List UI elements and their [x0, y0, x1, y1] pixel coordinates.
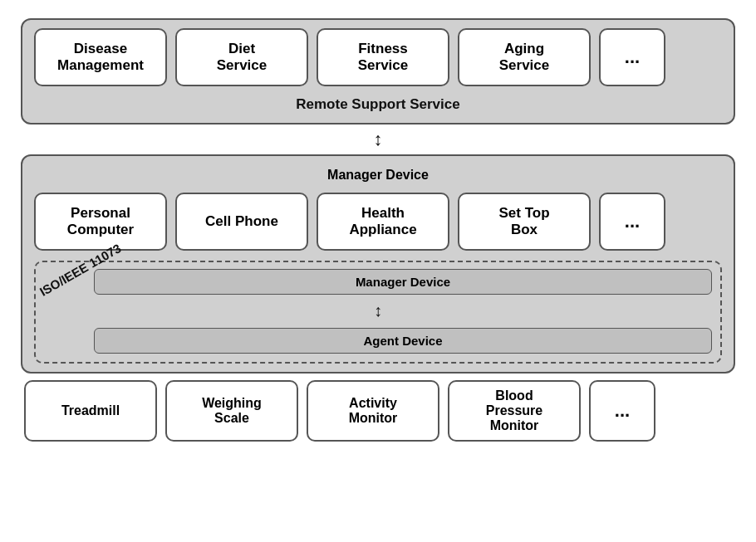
personal-computer-box: PersonalComputer	[34, 193, 167, 251]
inner-manager-label: Manager Device	[94, 269, 712, 295]
manager-devices-row: PersonalComputer Cell Phone HealthApplia…	[34, 193, 722, 251]
treadmill-box: Treadmill	[24, 380, 157, 442]
aging-service-box: AgingService	[458, 28, 591, 86]
diagram: DiseaseManagement DietService FitnessSer…	[12, 10, 744, 533]
health-appliance-box: HealthAppliance	[317, 193, 449, 251]
service-boxes-row: DiseaseManagement DietService FitnessSer…	[34, 28, 722, 86]
ellipsis-box-3: ...	[589, 380, 655, 442]
diet-service-box: DietService	[175, 28, 308, 86]
set-top-box-box: Set TopBox	[458, 193, 591, 251]
ellipsis-box-2: ...	[599, 193, 665, 251]
cell-phone-box: Cell Phone	[175, 193, 308, 251]
manager-section-label: Manager Device	[34, 164, 722, 186]
remote-support-section: DiseaseManagement DietService FitnessSer…	[21, 18, 735, 125]
activity-monitor-box: ActivityMonitor	[307, 380, 439, 442]
bidirectional-arrow-2: ↕	[44, 300, 712, 323]
weighing-scale-box: WeighingScale	[165, 380, 298, 442]
manager-section: Manager Device PersonalComputer Cell Pho…	[21, 154, 735, 374]
remote-support-label: Remote Support Service	[296, 93, 459, 113]
bidirectional-arrow-1: ↕	[374, 130, 383, 149]
ellipsis-box-1: ...	[599, 28, 665, 86]
agent-device-label: Agent Device	[94, 328, 712, 354]
arrow-connector-1: ↕	[21, 125, 735, 154]
blood-pressure-monitor-box: BloodPressureMonitor	[448, 380, 581, 442]
disease-management-box: DiseaseManagement	[34, 28, 167, 86]
agent-devices-row: Treadmill WeighingScale ActivityMonitor …	[21, 380, 735, 442]
iso-ieee-dashed-box: ISO/IEEE 11073 Manager Device ↕ Agent De…	[34, 261, 722, 364]
fitness-service-box: FitnessService	[317, 28, 449, 86]
